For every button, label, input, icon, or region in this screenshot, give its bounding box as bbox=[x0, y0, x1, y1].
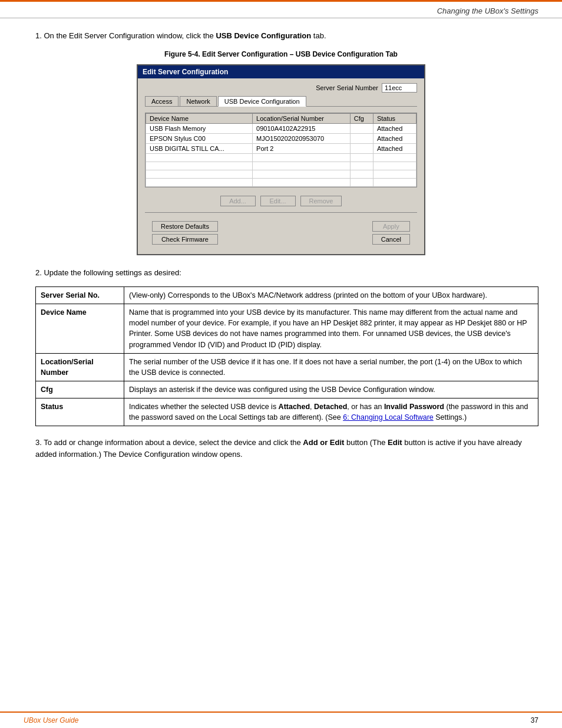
table-row bbox=[146, 170, 416, 178]
step-3: 3. To add or change information about a … bbox=[35, 437, 538, 460]
step-3-number: 3. bbox=[35, 438, 42, 447]
row-status: Attached bbox=[373, 133, 416, 143]
settings-label-cfg: Cfg bbox=[36, 381, 124, 398]
settings-label-location: Location/Serial Number bbox=[36, 353, 124, 381]
page-header: Changing the UBox's Settings bbox=[0, 2, 562, 18]
step-2-number: 2. bbox=[35, 268, 42, 277]
row-location: Port 2 bbox=[253, 143, 351, 153]
dialog-footer: Restore Defaults Check Firmware Apply Ca… bbox=[145, 218, 417, 249]
settings-desc-location: The serial number of the USB device if i… bbox=[124, 353, 538, 381]
col-device-name: Device Name bbox=[146, 113, 253, 123]
settings-desc-cfg: Displays an asterisk if the device was c… bbox=[124, 381, 538, 398]
step-2: 2. Update the following settings as desi… bbox=[35, 267, 538, 427]
tabs-row: Access Network USB Device Configuration bbox=[145, 96, 417, 107]
settings-row-serial: Server Serial No. (View-only) Correspond… bbox=[36, 287, 538, 304]
step-3-pre: To add or change information about a dev… bbox=[44, 438, 303, 447]
step-3-bold1: Add or Edit bbox=[303, 438, 344, 447]
settings-label-serial: Server Serial No. bbox=[36, 287, 124, 304]
step-1-post: tab. bbox=[311, 31, 326, 40]
settings-row-status: Status Indicates whether the selected US… bbox=[36, 398, 538, 426]
footer-guide-title: UBox User Guide bbox=[24, 716, 78, 724]
settings-row-cfg: Cfg Displays an asterisk if the device w… bbox=[36, 381, 538, 398]
step-1: 1. On the Edit Server Configuration wind… bbox=[35, 30, 538, 255]
local-software-link[interactable]: 6: Changing Local Software bbox=[343, 413, 434, 421]
col-location: Location/Serial Number bbox=[253, 113, 351, 123]
table-row bbox=[146, 162, 416, 170]
settings-desc-device-name: Name that is programmed into your USB de… bbox=[124, 304, 538, 354]
table-row[interactable]: USB Flash Memory 09010A4102A22915 Attach… bbox=[146, 123, 416, 133]
cancel-button[interactable]: Cancel bbox=[372, 234, 410, 245]
device-table: Device Name Location/Serial Number Cfg S… bbox=[146, 113, 416, 187]
table-row[interactable]: EPSON Stylus C00 MJO150202020953070 Atta… bbox=[146, 133, 416, 143]
step-1-number: 1. bbox=[35, 31, 42, 40]
settings-row-device-name: Device Name Name that is programmed into… bbox=[36, 304, 538, 354]
step-1-pre: On the Edit Server Configuration window,… bbox=[44, 31, 216, 40]
check-firmware-button[interactable]: Check Firmware bbox=[152, 234, 218, 245]
row-device-name: USB DIGITAL STILL CA... bbox=[146, 143, 253, 153]
tab-usb-device-configuration[interactable]: USB Device Configuration bbox=[218, 96, 306, 107]
add-button[interactable]: Add... bbox=[220, 196, 256, 206]
row-device-name: EPSON Stylus C00 bbox=[146, 133, 253, 143]
settings-desc-status: Indicates whether the selected USB devic… bbox=[124, 398, 538, 426]
restore-defaults-button[interactable]: Restore Defaults bbox=[152, 221, 218, 232]
figure-caption: Figure 5-4. Edit Server Configuration – … bbox=[24, 50, 538, 58]
footer-page-number: 37 bbox=[531, 716, 538, 724]
footer-right-buttons: Apply Cancel bbox=[372, 221, 410, 245]
device-table-wrapper: Device Name Location/Serial Number Cfg S… bbox=[145, 113, 417, 187]
table-row[interactable]: USB DIGITAL STILL CA... Port 2 Attached bbox=[146, 143, 416, 153]
dialog-wrapper: Edit Server Configuration Server Serial … bbox=[24, 64, 538, 255]
row-location: 09010A4102A22915 bbox=[253, 123, 351, 133]
table-buttons: Add... Edit... Remove bbox=[145, 192, 417, 210]
tab-access[interactable]: Access bbox=[145, 96, 178, 106]
serial-label: Server Serial Number bbox=[316, 84, 378, 91]
remove-button[interactable]: Remove bbox=[300, 196, 342, 206]
table-row bbox=[146, 153, 416, 162]
step-2-text: 2. Update the following settings as desi… bbox=[35, 267, 538, 279]
page-footer: UBox User Guide 37 bbox=[0, 711, 562, 728]
step-3-mid: button (The bbox=[344, 438, 388, 447]
dialog-body: Server Serial Number Access Network USB … bbox=[138, 78, 424, 254]
table-row bbox=[146, 178, 416, 186]
row-location: MJO150202020953070 bbox=[253, 133, 351, 143]
tab-network[interactable]: Network bbox=[180, 96, 216, 106]
row-status: Attached bbox=[373, 123, 416, 133]
settings-table: Server Serial No. (View-only) Correspond… bbox=[35, 286, 538, 426]
edit-server-dialog: Edit Server Configuration Server Serial … bbox=[137, 64, 425, 255]
step-3-bold2: Edit bbox=[388, 438, 402, 447]
row-cfg bbox=[350, 143, 373, 153]
step-1-text: 1. On the Edit Server Configuration wind… bbox=[35, 30, 538, 42]
step-2-desc: Update the following settings as desired… bbox=[44, 268, 181, 277]
row-status: Attached bbox=[373, 143, 416, 153]
step-3-text: 3. To add or change information about a … bbox=[35, 437, 538, 460]
serial-input[interactable] bbox=[382, 83, 417, 93]
settings-label-device-name: Device Name bbox=[36, 304, 124, 354]
chapter-title: Changing the UBox's Settings bbox=[437, 6, 538, 15]
row-cfg bbox=[350, 133, 373, 143]
col-cfg: Cfg bbox=[350, 113, 373, 123]
apply-button[interactable]: Apply bbox=[372, 221, 410, 232]
main-content: 1. On the Edit Server Configuration wind… bbox=[0, 18, 562, 482]
footer-left-buttons: Restore Defaults Check Firmware bbox=[152, 221, 218, 245]
dialog-titlebar: Edit Server Configuration bbox=[138, 65, 424, 78]
serial-row: Server Serial Number bbox=[145, 83, 417, 93]
edit-button[interactable]: Edit... bbox=[260, 196, 296, 206]
settings-label-status: Status bbox=[36, 398, 124, 426]
row-device-name: USB Flash Memory bbox=[146, 123, 253, 133]
settings-row-location: Location/Serial Number The serial number… bbox=[36, 353, 538, 381]
col-status: Status bbox=[373, 113, 416, 123]
settings-desc-serial: (View-only) Corresponds to the UBox's MA… bbox=[124, 287, 538, 304]
step-1-bold: USB Device Configuration bbox=[216, 31, 311, 40]
row-cfg bbox=[350, 123, 373, 133]
